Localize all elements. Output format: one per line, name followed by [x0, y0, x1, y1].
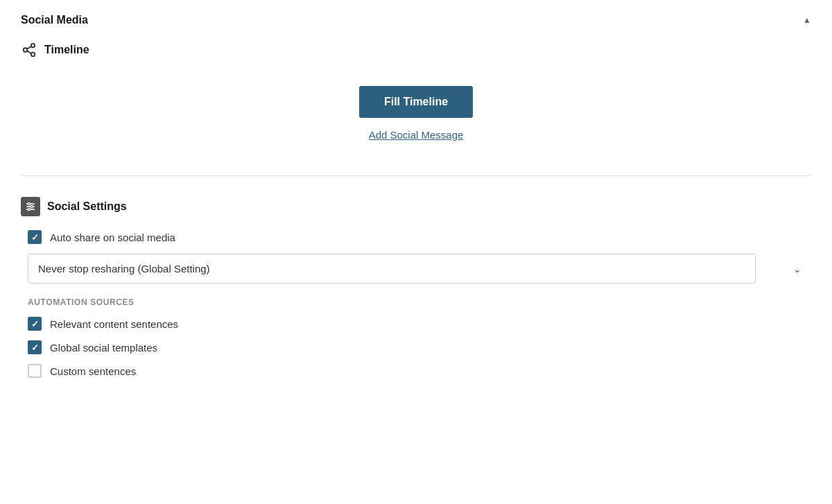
custom-sentences-label: Custom sentences: [50, 365, 136, 377]
section-divider: [21, 175, 811, 176]
timeline-section: Timeline Fill Timeline Add Social Messag…: [21, 35, 811, 168]
add-social-message-link[interactable]: Add Social Message: [369, 129, 464, 141]
center-area: Fill Timeline Add Social Message: [21, 79, 811, 155]
relevant-content-row: Relevant content sentences: [21, 317, 811, 331]
svg-line-3: [27, 51, 31, 53]
timeline-header: Timeline: [21, 42, 89, 58]
collapse-icon[interactable]: ▲: [803, 15, 811, 25]
svg-point-10: [28, 208, 30, 210]
select-chevron-icon: ⌄: [793, 263, 801, 275]
svg-point-8: [28, 202, 30, 205]
page-wrapper: Social Media ▲ Timeline Fill Timeline Ad…: [0, 0, 832, 504]
settings-sliders-icon: [21, 197, 40, 216]
auto-share-label: Auto share on social media: [50, 232, 175, 243]
settings-title: Social Settings: [47, 200, 127, 213]
custom-sentences-row: Custom sentences: [21, 364, 811, 378]
section-title: Social Media: [21, 14, 88, 26]
svg-point-9: [31, 205, 33, 207]
global-templates-checkbox[interactable]: [28, 340, 42, 354]
social-settings-section: Social Settings Auto share on social med…: [21, 190, 811, 378]
resharing-select[interactable]: Never stop resharing (Global Setting) St…: [28, 254, 756, 284]
auto-share-checkbox[interactable]: [28, 230, 42, 244]
global-templates-label: Global social templates: [50, 342, 157, 354]
settings-header: Social Settings: [21, 197, 811, 216]
timeline-label: Timeline: [44, 44, 89, 56]
fill-timeline-button[interactable]: Fill Timeline: [359, 86, 473, 118]
svg-line-4: [27, 46, 31, 49]
auto-share-row: Auto share on social media: [21, 230, 811, 244]
share-icon: [21, 42, 37, 58]
custom-sentences-checkbox[interactable]: [28, 364, 42, 378]
global-templates-row: Global social templates: [21, 340, 811, 354]
relevant-content-label: Relevant content sentences: [50, 318, 178, 330]
section-header: Social Media ▲: [21, 14, 811, 35]
automation-sources-label: AUTOMATION SOURCES: [28, 297, 811, 307]
relevant-content-checkbox[interactable]: [28, 317, 42, 331]
resharing-select-wrapper: Never stop resharing (Global Setting) St…: [28, 254, 811, 284]
